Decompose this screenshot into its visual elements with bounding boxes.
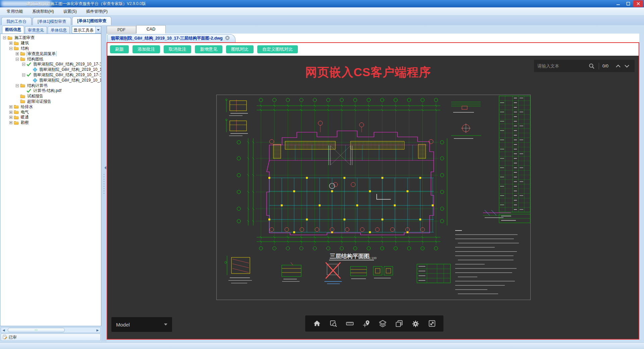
tree-item-label: 暖通	[20, 115, 30, 120]
title-bar: 建设工程设计施工图一体化审查服务平台（审查专家版）V2.9.0.0版	[0, 0, 644, 7]
expander-plus-icon[interactable]	[9, 121, 12, 124]
tree-item-7[interactable]: 翡翠湖别院_G8#_结构_2019_10_1	[1, 67, 101, 72]
main-tab-2[interactable]: [单体1]模型审查	[33, 17, 71, 25]
tree-item-10[interactable]: 结构计算书	[1, 83, 101, 88]
tree-item-13[interactable]: 超限论证报告	[1, 99, 101, 104]
document-tab[interactable]: 翡翠湖别院_G8#_结构_2019_10_17-三层结构平面图-2.dwg	[107, 34, 235, 42]
left-tab-3[interactable]: 单体信息	[48, 26, 70, 34]
main-tab-3[interactable]: [单体1]图纸审查	[72, 16, 111, 25]
tree-item-12[interactable]: 试桩报告	[1, 94, 101, 99]
expander-minus-icon[interactable]	[22, 63, 25, 66]
tree-item-16[interactable]: 暖通	[1, 115, 101, 120]
format-tab-pdf[interactable]: PDF	[107, 26, 136, 34]
search-input[interactable]	[537, 63, 587, 68]
search-icon[interactable]	[587, 62, 596, 70]
maximize-button[interactable]	[623, 0, 633, 7]
expander-minus-icon[interactable]	[22, 73, 25, 77]
folder-icon	[20, 57, 25, 61]
tree-item-14[interactable]: 给排水	[1, 104, 101, 109]
expander-minus-icon[interactable]	[9, 47, 12, 50]
left-tab-bar: 图纸信息审查意见单体信息显示工具条	[0, 25, 101, 34]
chevron-down-icon[interactable]	[623, 62, 631, 70]
tree-horizontal-scrollbar[interactable]: ◀ ▶	[1, 327, 101, 333]
cad-toolbar-button-1[interactable]: 刷新	[110, 45, 129, 53]
fullscreen-icon[interactable]	[426, 318, 438, 329]
tree-item-8[interactable]: 翡翠湖别院_G8#_结构_2019_10_17-三	[1, 72, 101, 78]
coordinate-marker-icon[interactable]	[361, 318, 372, 329]
folder-icon	[14, 115, 19, 119]
ruler-icon[interactable]	[344, 318, 356, 329]
review-status-row: 已审	[1, 334, 101, 341]
settings-icon[interactable]	[410, 318, 421, 329]
svg-text:1:100: 1:100	[369, 256, 377, 260]
cad-toolbar-button-6[interactable]: 自定义图纸对比	[257, 45, 298, 53]
tree-item-label: 翡翠湖别院_G8#_结构_2019_10_1	[39, 67, 101, 72]
tree-item-5[interactable]: 结构图纸	[1, 56, 101, 62]
tree-item-2[interactable]: 建筑	[1, 41, 101, 46]
chevron-down-icon[interactable]	[95, 27, 101, 33]
menu-item-1[interactable]: 常用功能	[2, 7, 28, 16]
folder-icon	[14, 110, 19, 114]
check-icon	[26, 62, 31, 66]
layout-model-selector[interactable]: Model	[111, 317, 172, 332]
cad-canvas[interactable]: 网页嵌入CS客户端程序 0/0	[107, 56, 639, 339]
expander-plus-icon[interactable]	[9, 111, 12, 114]
home-icon[interactable]	[311, 318, 323, 329]
close-button[interactable]	[633, 0, 643, 7]
model-selector-value: Model	[116, 322, 164, 328]
left-tab-2[interactable]: 审查意见	[25, 26, 47, 34]
panel-splitter[interactable]	[101, 25, 107, 342]
cad-toolbar-button-5[interactable]: 图纸对比	[226, 45, 254, 53]
drawing-info-panel: 图纸信息审查意见单体信息显示工具条 施工图审查建筑结构审查意见回复单结构图纸翡翠…	[0, 25, 101, 342]
splitter-grip[interactable]	[104, 174, 104, 194]
collapse-panel-icon[interactable]	[103, 166, 106, 169]
expander-minus-icon[interactable]	[3, 36, 6, 39]
text-search-bar: 0/0	[534, 60, 635, 72]
cad-embed-frame: 刷新添加批注取消批注新增意见图纸对比自定义图纸对比 网页嵌入CS客户端程序 0/…	[107, 42, 639, 340]
minimize-button[interactable]	[613, 0, 623, 7]
check-icon	[26, 89, 31, 93]
application-window: 建设工程设计施工图一体化审查服务平台（审查专家版）V2.9.0.0版 常用功能系…	[0, 0, 644, 349]
tree-item-11[interactable]: 计算书-结构.pdf	[1, 88, 101, 94]
scroll-left-icon[interactable]: ◀	[1, 328, 6, 333]
expander-plus-icon[interactable]	[9, 42, 12, 45]
main-tab-1[interactable]: 我的工作台	[1, 17, 32, 25]
menu-item-2[interactable]: 系统帮助(H)	[28, 7, 59, 16]
cad-toolbar-button-2[interactable]: 添加批注	[132, 45, 160, 53]
zoom-window-icon[interactable]	[328, 318, 339, 329]
tree-item-4[interactable]: 审查意见回复单	[1, 51, 101, 56]
tree-item-label: 建筑	[20, 41, 30, 46]
close-icon[interactable]	[225, 36, 230, 42]
folder-icon	[14, 46, 19, 50]
document-tab-row: 翡翠湖别院_G8#_结构_2019_10_17-三层结构平面图-2.dwg	[107, 34, 639, 42]
format-tab-cad[interactable]: CAD	[136, 25, 166, 34]
menu-item-4[interactable]: 插件管理(P)	[82, 7, 112, 16]
scroll-right-icon[interactable]: ▶	[95, 328, 100, 333]
left-tab-1[interactable]: 图纸信息	[2, 26, 24, 34]
tree-item-1[interactable]: 施工图审查	[1, 35, 101, 41]
viewports-icon[interactable]	[393, 318, 405, 329]
tree-item-9[interactable]: 翡翠湖别院_G8#_结构_2019_10_1	[1, 78, 101, 83]
drawing-viewer: PDFCAD 翡翠湖别院_G8#_结构_2019_10_17-三层结构平面图-2…	[107, 25, 639, 340]
expander-plus-icon[interactable]	[16, 52, 19, 55]
menu-item-3[interactable]: 设置(S)	[59, 7, 82, 16]
chevron-up-icon[interactable]	[614, 62, 623, 70]
tree-item-label: 翡翠湖别院_G8#_结构_2019_10_1	[39, 78, 101, 83]
plus-icon	[33, 78, 37, 83]
tree-item-15[interactable]: 电气	[1, 109, 101, 115]
cad-toolbar-button-4[interactable]: 新增意见	[195, 45, 222, 53]
tree-item-6[interactable]: 翡翠湖别院_G8#_结构_2019_10_17-三	[1, 62, 101, 67]
tree-item-17[interactable]: 勘察	[1, 120, 101, 126]
main-tab-bar: 我的工作台[单体1]模型审查[单体1]图纸审查	[0, 16, 644, 25]
expander-minus-icon[interactable]	[16, 58, 19, 61]
expander-plus-icon[interactable]	[9, 105, 12, 108]
show-toolbar-select[interactable]: 显示工具条	[72, 26, 101, 34]
scrollbar-thumb[interactable]	[8, 328, 65, 332]
embed-watermark: 网页嵌入CS客户端程序	[305, 64, 431, 80]
tree-item-3[interactable]: 结构	[1, 46, 101, 51]
expander-minus-icon[interactable]	[16, 84, 19, 87]
layers-icon[interactable]	[377, 318, 388, 329]
expander-plus-icon[interactable]	[9, 116, 12, 119]
cad-drawing[interactable]: 三层结构平面图1:100	[216, 95, 531, 300]
cad-toolbar-button-3[interactable]: 取消批注	[164, 45, 191, 53]
